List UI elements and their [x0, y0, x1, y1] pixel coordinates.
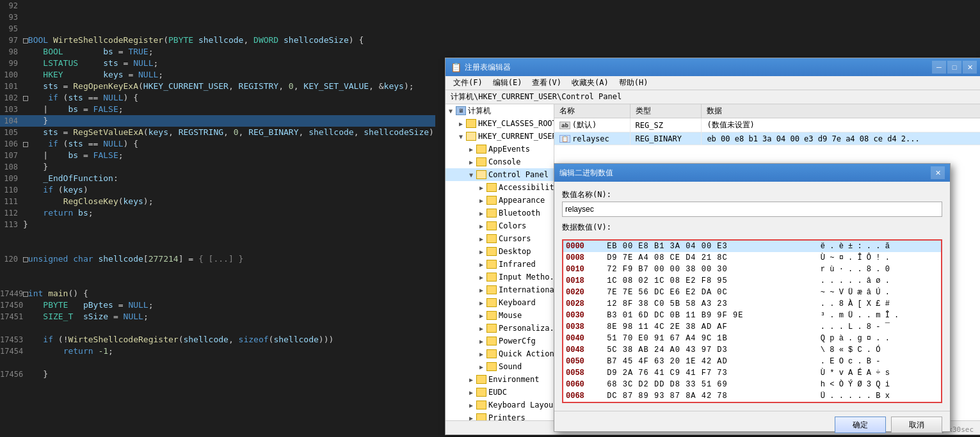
tree-item-cursors[interactable]: ▶ Cursors — [446, 232, 554, 245]
hex-bytes: 1C 08 02 1C 08 E2 F8 95 — [602, 275, 818, 287]
hex-editor[interactable]: 0000 EB 00 E8 B1 3A 04 00 E3 ë . è ± : .… — [562, 239, 942, 403]
hex-bytes: D9 2A 76 41 C9 41 F7 73 — [602, 367, 818, 379]
hex-table: 0000 EB 00 E8 B1 3A 04 00 E3 ë . è ± : .… — [563, 241, 941, 402]
tree-item-computer[interactable]: ▼ 🖥 计算机 — [446, 104, 554, 117]
tree-toggle: ▼ — [446, 106, 456, 116]
tree-item-appevents[interactable]: ▶ AppEvents — [446, 143, 554, 155]
tree-item-bluetooth[interactable]: ▶ Bluetooth — [446, 207, 554, 219]
tree-item-sound[interactable]: ▶ Sound — [446, 360, 554, 373]
tree-toggle: ▶ — [476, 259, 486, 269]
hex-address: 0038 — [563, 321, 602, 333]
hex-address: 0000 — [563, 241, 602, 252]
cancel-button[interactable]: 取消 — [891, 417, 942, 433]
tree-label: Input Metho... — [499, 273, 554, 282]
folder-icon — [486, 183, 497, 192]
menu-favorites[interactable]: 收藏夹(A) — [566, 76, 614, 90]
value-name-text: relaysec — [572, 134, 609, 143]
hex-row[interactable]: 0008 D9 7E A4 08 CE D4 21 8C Ù ~ ¤ . Î Ô… — [563, 252, 941, 264]
tree-item-hkcr[interactable]: ▶ HKEY_CLASSES_ROOT — [446, 117, 554, 130]
tree-label: Infrared — [499, 260, 536, 269]
breadcrumb-path: 计算机\HKEY_CURRENT_USER\Control Panel — [451, 91, 622, 102]
tree-item-quickactions[interactable]: ▶ Quick Actions — [446, 347, 554, 360]
tree-item-powercfg[interactable]: ▶ PowerCfg — [446, 335, 554, 347]
folder-icon — [476, 157, 486, 166]
hex-row[interactable]: 0040 51 70 E0 91 67 A4 9C 1B Q p à . g ¤… — [563, 333, 941, 344]
tree-item-environment[interactable]: ▶ Environment — [446, 373, 554, 386]
hex-row[interactable]: 0058 D9 2A 76 41 C9 41 F7 73 Ù * v A É A… — [563, 367, 941, 379]
hex-row[interactable]: 0010 72 F9 B7 00 00 38 00 30 r ù · . . 8… — [563, 264, 941, 275]
tree-item-keyboardlayout[interactable]: ▶ Keyboard Layou... — [446, 399, 554, 411]
table-row[interactable]: ab(默认) REG_SZ (数值未设置) — [554, 118, 980, 132]
tree-label: Cursors — [499, 234, 531, 243]
table-row-selected[interactable]: 📋relaysec REG_BINARY eb 00 e8 b1 3a 04 0… — [554, 132, 980, 145]
maximize-button[interactable]: □ — [947, 61, 961, 74]
menu-help[interactable]: 帮助(H) — [614, 76, 654, 90]
tree-item-keyboard[interactable]: ▶ Keyboard — [446, 296, 554, 309]
tree-item-desktop[interactable]: ▶ Desktop — [446, 245, 554, 258]
minimize-button[interactable]: ─ — [932, 61, 946, 74]
folder-icon — [486, 285, 497, 294]
hex-bytes: 5C 38 AB 24 A0 43 97 D3 — [602, 344, 818, 356]
hex-row[interactable]: 0028 12 8F 38 C0 5B 58 A3 23 . . 8 À [ X… — [563, 298, 941, 310]
type-icon-binary: 📋 — [559, 135, 570, 143]
hex-row[interactable]: 0038 8E 98 11 4C 2E 38 AD AF . . . L . 8… — [563, 321, 941, 333]
value-type: REG_BINARY — [630, 132, 702, 145]
tree-item-printers[interactable]: ▶ Printers — [446, 411, 554, 420]
hex-address: 0050 — [563, 356, 602, 367]
hex-ascii: . E O c . B - — [818, 356, 941, 367]
value-data: (数值未设置) — [702, 118, 980, 132]
tree-item-appearance[interactable]: ▶ Appearance — [446, 194, 554, 207]
hex-ascii: ë . è ± : . . ã — [818, 241, 941, 252]
hex-ascii: Ü . . . . . B x — [818, 390, 941, 402]
hex-row[interactable]: 0000 EB 00 E8 B1 3A 04 00 E3 ë . è ± : .… — [563, 241, 941, 252]
registry-tree[interactable]: ▼ 🖥 计算机 ▶ HKEY_CLASSES_ROOT ▼ HKEY_CURRE… — [446, 104, 554, 420]
hex-bytes: 12 8F 38 C0 5B 58 A3 23 — [602, 298, 818, 310]
hex-row[interactable]: 0060 68 3C D2 DD D8 33 51 69 h < Ò Ý Ø 3… — [563, 379, 941, 390]
folder-icon — [486, 247, 497, 256]
tree-toggle: ▶ — [456, 118, 466, 129]
tree-label: Printers — [488, 413, 526, 420]
tree-label: AppEvents — [488, 145, 530, 154]
hex-address: 0020 — [563, 287, 602, 298]
tree-label: Desktop — [499, 247, 531, 256]
menu-view[interactable]: 查看(V) — [527, 76, 566, 90]
tree-label: Accessibility — [499, 183, 554, 192]
hex-row[interactable]: 0048 5C 38 AB 24 A0 43 97 D3 \ 8 « $ C .… — [563, 344, 941, 356]
folder-icon — [486, 196, 497, 205]
tree-item-infrared[interactable]: ▶ Infrared — [446, 258, 554, 271]
tree-item-inputmethod[interactable]: ▶ Input Metho... — [446, 271, 554, 283]
tree-toggle: ▼ — [456, 131, 466, 141]
hex-row[interactable]: 0018 1C 08 02 1C 08 E2 F8 95 . . . . . â… — [563, 275, 941, 287]
hex-row[interactable]: 0030 B3 01 6D DC 0B 11 B9 9F 9E ³ . m Ü … — [563, 310, 941, 321]
hex-row[interactable]: 0068 DC 87 89 93 87 8A 42 78 Ü . . . . .… — [563, 390, 941, 402]
hex-row[interactable]: 0020 7E 7E 56 DC E6 E2 DA 0C ~ ~ V Ü æ â… — [563, 287, 941, 298]
tree-item-eudc[interactable]: ▶ EUDC — [446, 386, 554, 399]
menu-file[interactable]: 文件(F) — [448, 76, 488, 90]
code-editor: 92 93 95 97□BOOL WirteShellcodeRegister(… — [0, 0, 435, 437]
name-input[interactable] — [562, 202, 942, 217]
tree-item-personalization[interactable]: ▶ Personaliza... — [446, 322, 554, 335]
value-name: 📋relaysec — [554, 132, 630, 145]
tree-item-controlpanel[interactable]: ▼ Control Panel — [446, 168, 554, 181]
tree-label: Bluetooth — [499, 209, 540, 218]
folder-icon — [476, 413, 486, 420]
menu-edit[interactable]: 编辑(E) — [488, 76, 527, 90]
folder-icon — [486, 298, 497, 307]
tree-item-accessibility[interactable]: ▶ Accessibility — [446, 181, 554, 194]
tree-item-console[interactable]: ▶ Console — [446, 155, 554, 168]
tree-item-mouse[interactable]: ▶ Mouse — [446, 309, 554, 322]
folder-icon — [486, 362, 497, 371]
dialog-close-button[interactable]: ✕ — [931, 166, 945, 179]
tree-item-hkcu[interactable]: ▼ HKEY_CURRENT_USER — [446, 130, 554, 143]
folder-icon — [476, 145, 486, 154]
computer-icon: 🖥 — [456, 106, 466, 115]
folder-icon — [476, 388, 486, 397]
tree-item-colors[interactable]: ▶ Colors — [446, 219, 554, 232]
tree-item-international[interactable]: ▶ International — [446, 283, 554, 296]
tree-label: Appearance — [499, 196, 545, 205]
close-button[interactable]: ✕ — [963, 61, 977, 74]
folder-icon — [486, 234, 497, 243]
hex-row[interactable]: 0050 B7 45 4F 63 20 1E 42 AD . E O c . B… — [563, 356, 941, 367]
ok-button[interactable]: 确定 — [835, 417, 886, 433]
hex-ascii: Ù ~ ¤ . Î Ô ! . — [818, 252, 941, 264]
